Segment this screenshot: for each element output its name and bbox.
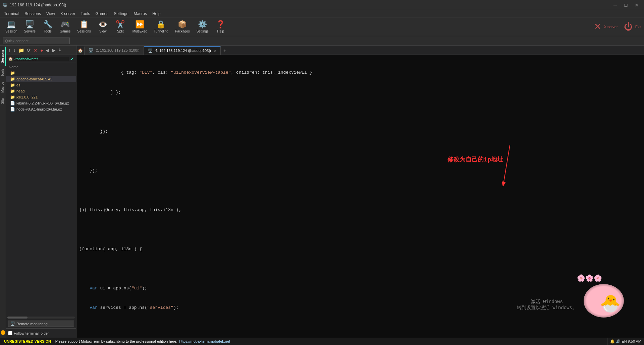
file-icon: 📄: [10, 107, 15, 112]
folder-icon: 📁: [10, 83, 15, 87]
sidebar-tab-sftp[interactable]: Sftp: [0, 95, 6, 107]
sidebar-tab-sessions[interactable]: Sessions: [0, 47, 6, 66]
toolbar-tools[interactable]: 🔧 Tools: [40, 19, 56, 34]
window-title: 🖥️ 192.168.119.124 ([hadoop103]): [3, 3, 66, 7]
help-icon: ❓: [216, 20, 225, 29]
file-item-tomcat[interactable]: 📁apache-tomcat-8.5.45: [6, 76, 76, 82]
file-item-jdk[interactable]: 📁jdk1.8.0_221: [6, 94, 76, 100]
toolbar-packages[interactable]: 📦 Packages: [172, 19, 193, 34]
x-server-icon[interactable]: ✕: [594, 21, 601, 32]
code-line-4: });: [79, 128, 641, 135]
toolbar-split[interactable]: ✂️ Split: [112, 19, 128, 34]
title-bar: 🖥️ 192.168.119.124 ([hadoop103]) ─ □ ✕: [0, 0, 644, 10]
monitor-icon: 🖥️: [10, 322, 15, 326]
file-panel-toolbar: ↑ ↓ 📁 ⟳ ✕ ● ◀ ▶ A: [6, 46, 76, 55]
path-input[interactable]: [14, 57, 69, 61]
close-button[interactable]: ✕: [632, 1, 641, 9]
code-line-12: var ui = app.ns("ui");: [79, 285, 641, 292]
folder-icon: 📁: [10, 95, 15, 99]
tab-home-btn[interactable]: 🏠: [76, 47, 85, 55]
file-item-node[interactable]: 📄node-v8.9.1-linux-x64.tar.gz: [6, 106, 76, 112]
menu-settings[interactable]: Settings: [111, 11, 131, 17]
fp-down-btn[interactable]: ↓: [12, 47, 17, 54]
column-name-label: Name: [9, 65, 18, 69]
code-line-5: [79, 148, 641, 154]
fp-up-btn[interactable]: ↑: [7, 47, 12, 54]
quick-connect-bar: [0, 36, 644, 46]
follow-terminal-label[interactable]: Follow terminal folder: [14, 331, 49, 335]
code-line-1: { tag: "DIV", cls: "uiIndexOverview-tabl…: [79, 69, 641, 76]
code-line-8: })( this.jQuery, this.app, this.i18n );: [79, 207, 641, 213]
toolbar-multiexec[interactable]: ⏩ MultiExec: [130, 19, 150, 34]
file-tree-header: Name: [6, 64, 76, 70]
file-tree: Name 📁.. 📁apache-tomcat-8.5.45 📁es 📁head…: [6, 63, 76, 316]
multiexec-icon: ⏩: [135, 20, 144, 29]
toolbar-help[interactable]: ❓ Help: [213, 19, 229, 34]
quick-connect-input[interactable]: [3, 38, 70, 44]
fp-red-btn[interactable]: ●: [39, 47, 44, 54]
view-icon: 👁️: [98, 20, 107, 29]
menu-sessions[interactable]: Sessions: [22, 11, 44, 17]
fp-refresh-btn[interactable]: ⟳: [26, 47, 32, 54]
file-item-kibana[interactable]: 📄kibana-6.2.2-linux-x86_64.tar.gz: [6, 100, 76, 106]
path-bar: 🏠 ✔: [6, 55, 76, 63]
toolbar-sessions[interactable]: 📋 Sessions: [74, 19, 94, 34]
path-confirm-icon[interactable]: ✔: [70, 56, 74, 62]
menu-view[interactable]: View: [44, 11, 58, 17]
folder-icon: 📁: [10, 89, 15, 93]
menu-terminal[interactable]: Terminal: [1, 11, 22, 17]
remote-monitoring-button[interactable]: 🖥️ Remote monitoring: [8, 321, 74, 327]
maximize-button[interactable]: □: [621, 1, 631, 9]
file-item-es[interactable]: 📁es: [6, 82, 76, 88]
taskbar-right: 🔔 🔊 EN 9:50 AM: [607, 338, 644, 345]
follow-terminal-checkbox[interactable]: [8, 331, 12, 335]
minimize-button[interactable]: ─: [610, 1, 620, 9]
menu-bar: Terminal Sessions View X server Tools Ga…: [0, 10, 644, 17]
tab-2[interactable]: 🖥️ 2. 192.168.119.125 ([100]): [85, 46, 144, 55]
toolbar-tunneling[interactable]: 🔒 Tunneling: [151, 19, 171, 34]
code-line-6: });: [79, 167, 641, 174]
toolbar: 💻 Session 🖥️ Servers 🔧 Tools 🎮 Games 📋 S…: [0, 17, 644, 36]
fp-fwd-btn[interactable]: ▶: [51, 47, 57, 54]
new-tab-button[interactable]: +: [221, 47, 229, 55]
file-item-head[interactable]: 📁head: [6, 88, 76, 94]
mobatek-link[interactable]: https://mobaxterm.mobatek.net: [179, 339, 230, 343]
fp-extra-btn[interactable]: A: [57, 48, 62, 53]
code-line-11: [79, 265, 641, 272]
tab-2-label: 2. 192.168.119.125 ([100]): [96, 48, 140, 52]
tab-2-icon: 🖥️: [89, 48, 93, 53]
terminal-content: { tag: "DIV", cls: "uiIndexOverview-tabl…: [76, 55, 644, 338]
exit-icon[interactable]: ⏻: [624, 21, 633, 32]
content-wrapper: 🏠 🖥️ 2. 192.168.119.125 ([100]) 🖥️ 4. 19…: [76, 46, 644, 338]
support-text: - Please support MobaxTerm by subscribin…: [53, 339, 177, 343]
menu-games[interactable]: Games: [93, 11, 111, 17]
tab-4-close[interactable]: ✕: [214, 49, 216, 53]
tab-4-label: 4. 192.168.119.124 ([hadoop103]): [155, 49, 211, 53]
fp-folder-btn[interactable]: 📁: [17, 47, 25, 54]
code-line-10: (function( app, i18n ) {: [79, 246, 641, 253]
toolbar-view[interactable]: 👁️ View: [95, 19, 111, 34]
sidebar-tab-tools[interactable]: Tools: [0, 66, 6, 79]
sidebar-tab-macros[interactable]: Macros: [0, 79, 6, 95]
file-item-parent[interactable]: 📁..: [6, 70, 76, 76]
right-toolbar: ✕ X server ⏻ Exit: [594, 21, 641, 32]
main-layout: Sessions Tools Macros Sftp ↑ ↓ 📁 ⟳ ✕ ● ◀…: [0, 46, 644, 338]
menu-xserver[interactable]: X server: [58, 11, 78, 17]
terminal-area[interactable]: { tag: "DIV", cls: "uiIndexOverview-tabl…: [76, 55, 644, 338]
menu-tools[interactable]: Tools: [78, 11, 93, 17]
code-line-3: [79, 109, 641, 115]
file-panel-bottom: 🖥️ Remote monitoring: [6, 319, 76, 328]
sessions-icon: 📋: [79, 20, 89, 29]
code-line-2: ] };: [79, 89, 641, 96]
toolbar-games[interactable]: 🎮 Games: [57, 19, 73, 34]
toolbar-servers[interactable]: 🖥️ Servers: [21, 19, 38, 34]
fp-back-btn[interactable]: ◀: [45, 47, 50, 54]
notification-dot: [1, 330, 5, 335]
menu-macros[interactable]: Macros: [131, 11, 150, 17]
tab-4[interactable]: 🖥️ 4. 192.168.119.124 ([hadoop103]) ✕: [144, 46, 221, 55]
toolbar-session[interactable]: 💻 Session: [3, 19, 20, 34]
menu-help[interactable]: Help: [150, 11, 163, 17]
fp-close-btn[interactable]: ✕: [33, 47, 39, 54]
toolbar-settings[interactable]: ⚙️ Settings: [194, 19, 211, 34]
window-controls: ─ □ ✕: [610, 1, 641, 9]
